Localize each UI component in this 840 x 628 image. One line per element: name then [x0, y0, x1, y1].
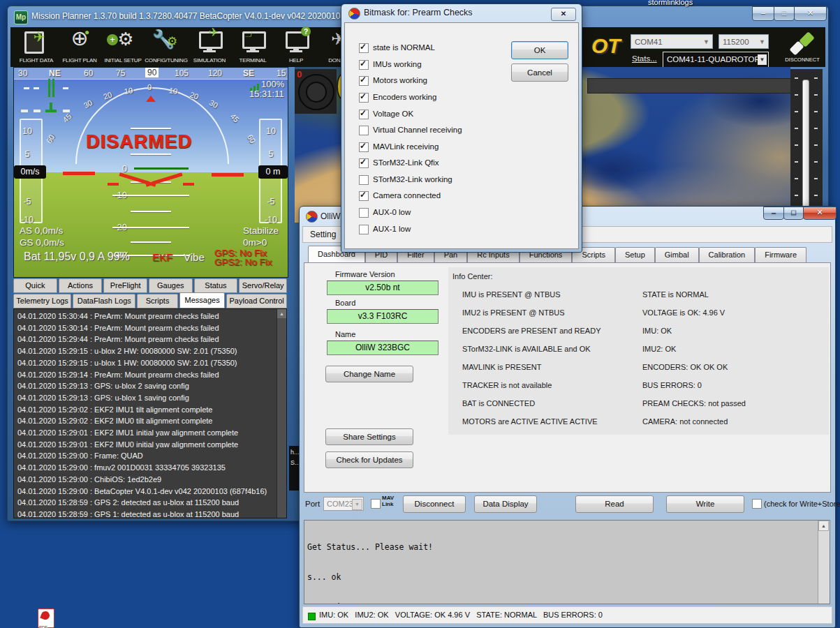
menu-setting[interactable]: Setting [310, 230, 336, 239]
prearm-checkbox[interactable] [359, 76, 369, 86]
message-line: 04.01.2020 15:29:44 : PreArm: Mount prea… [17, 334, 283, 345]
olliw-maximize-button[interactable]: □ [783, 207, 804, 220]
terminal-scrollbar[interactable]: ▲ [818, 521, 830, 604]
tab-dataflash-logs[interactable]: DataFlash Logs [73, 294, 135, 308]
tab-status[interactable]: Status [194, 278, 238, 293]
tab-actions[interactable]: Actions [59, 278, 103, 293]
read-button[interactable]: Read [575, 495, 654, 513]
prearm-checkbox[interactable] [359, 43, 369, 53]
com-port-select[interactable]: COM41 ▼ [631, 34, 713, 49]
prearm-checkbox[interactable] [359, 93, 369, 103]
toolbar-config-tuning[interactable]: 🔧️ ⚙ CONFIG/TUNING [145, 27, 188, 65]
prearm-checkbox[interactable] [359, 60, 369, 70]
toolbar-flight-data[interactable]: ✈ FLIGHT DATA [15, 27, 58, 65]
prearm-checkbox[interactable] [359, 191, 369, 201]
pin-icon: ● [84, 27, 89, 37]
armed-state-text: DISARMED [86, 131, 192, 153]
wrench-icon: 🔧️ [139, 28, 188, 50]
compass-heading-current: 90 [145, 68, 159, 77]
chevron-down-icon: ▼ [703, 35, 709, 49]
toolbar-simulation[interactable]: ✈ SIMULATION [188, 27, 231, 65]
check-updates-button[interactable]: Check for Updates [325, 451, 413, 468]
prearm-checkbox[interactable] [359, 175, 369, 185]
terminal-line: s... ok [307, 572, 827, 582]
message-line: 04.01.2020 15:29:13 : GPS: u-blox 1 savi… [17, 392, 283, 404]
tab-payload-control[interactable]: Payload Control [226, 294, 287, 308]
pdf-file-icon[interactable]: PDF [34, 608, 61, 628]
tab-setup[interactable]: Setup [615, 247, 655, 262]
battery-text: Bat 11,95v 0,9 A 99% [24, 251, 130, 263]
olliw-terminal[interactable]: Get Status... Please wait! s... ok IMU i… [304, 520, 830, 604]
port-select[interactable]: COM23 ▼ [323, 497, 364, 511]
mp-close-button[interactable]: ✕ [794, 6, 827, 21]
mp-maximize-button[interactable]: □ [774, 6, 795, 21]
zoom-slider-track[interactable] [802, 80, 809, 210]
plane-icon: ✈ [20, 26, 58, 48]
toolbar-terminal[interactable]: .../ TERMINAL [231, 27, 274, 65]
bitmask-close-button[interactable]: ✕ [551, 8, 576, 21]
prearm-checkbox[interactable] [359, 225, 369, 234]
ekf-text[interactable]: EKF [152, 251, 172, 263]
scroll-up-icon[interactable]: ▲ [277, 309, 286, 318]
tab-telemetry-logs[interactable]: Telemetry Logs [13, 294, 71, 308]
prearm-checkbox[interactable] [359, 158, 369, 168]
map-zoom-slider[interactable] [790, 69, 823, 217]
prearm-checkbox[interactable] [359, 142, 369, 152]
toolbar-help[interactable]: ? HELP [274, 27, 318, 65]
baud-select[interactable]: 115200 ▼ [719, 34, 769, 49]
share-settings-button[interactable]: Share Settings [325, 428, 413, 445]
hud[interactable]: 30 NE 60 75 90 105 120 SE 15 60 45 30 20… [13, 67, 288, 278]
globe-icon: ⊕ [58, 28, 101, 49]
tab-gauges[interactable]: Gauges [149, 278, 193, 293]
mp-connection-area: COM41 ▼ 115200 ▼ Stats... COM41-11-QUADR… [622, 27, 825, 67]
messages-scrollbar[interactable]: ▲ [277, 309, 286, 518]
flight-mode-text: Stabilize [243, 225, 279, 236]
desktop-shortcut-label[interactable]: stormlinklogs [648, 0, 693, 6]
toolbar-flight-plan[interactable]: ⊕ ● FLIGHT PLAN [58, 27, 101, 65]
mp-minimize-button[interactable]: – [752, 6, 774, 21]
tab-messages[interactable]: Messages [179, 292, 226, 308]
info-center-panel: Info Center: IMU is PRESENT @ NTBUS IMU2… [448, 267, 829, 435]
message-line: 04.01.2020 15:29:15 : u-blox 2 HW: 00080… [17, 345, 283, 357]
message-line: 04.01.2020 15:29:00 : Frame: QUAD [17, 450, 283, 462]
vehicle-select[interactable]: COM41-11-QUADROTOR ▼ [663, 52, 769, 68]
tab-firmware[interactable]: Firmware [755, 247, 806, 262]
olliw-disconnect-button[interactable]: Disconnect [403, 495, 466, 513]
olliw-minimize-button[interactable]: – [763, 207, 784, 220]
bitmask-titlebar[interactable]: Bitmask for: Prearm Checks ✕ [341, 4, 582, 22]
message-line: 04.01.2020 15:29:00 : ChibiOS: 1ed2b2e9 [17, 474, 283, 486]
tab-gimbal[interactable]: Gimbal [655, 247, 699, 262]
prearm-checkbox[interactable] [359, 208, 369, 218]
mav-link-checkbox[interactable] [371, 499, 381, 509]
stats-link[interactable]: Stats... [632, 54, 657, 63]
change-name-button[interactable]: Change Name [325, 366, 413, 382]
tab-preflight[interactable]: PreFlight [103, 278, 147, 293]
ok-button[interactable]: OK [511, 41, 568, 59]
scroll-up-icon[interactable]: ▲ [818, 521, 829, 531]
link-pct: 100% [261, 79, 284, 89]
olliw-close-button[interactable]: ✕ [803, 207, 837, 220]
chevron-down-icon: ▼ [759, 35, 765, 49]
messages-panel[interactable]: 04.01.2020 15:30:44 : PreArm: Mount prea… [13, 308, 287, 518]
write-store-checkbox[interactable] [752, 499, 762, 509]
tab-scripts[interactable]: Scripts [137, 294, 177, 308]
prearm-checkbox[interactable] [359, 126, 369, 135]
message-line: 04.01.2020 15:30:14 : PreArm: Mount prea… [17, 322, 283, 334]
tab-calibration[interactable]: Calibration [699, 247, 756, 262]
message-line: 04.01.2020 15:29:13 : GPS: u-blox 2 savi… [17, 380, 283, 392]
toolbar-initial-setup[interactable]: ⚙ + INITIAL SETUP [101, 27, 145, 65]
plus-icon: + [107, 34, 118, 45]
tab-quick[interactable]: Quick [13, 278, 57, 293]
tab-servo-relay[interactable]: Servo/Relay [239, 278, 287, 293]
disconnect-button[interactable]: DISCONNECT [784, 31, 820, 65]
sim-plane-icon: ✈ [209, 25, 219, 40]
gps2-status-text: GPS2: No Fix [214, 257, 272, 267]
board-field: v3.3 F103RC [327, 309, 439, 324]
prearm-checkbox[interactable] [359, 110, 369, 119]
cancel-button[interactable]: Cancel [511, 63, 568, 82]
message-line: 04.01.2020 15:29:01 : EKF2 IMU1 initial … [17, 427, 283, 439]
data-display-button[interactable]: Data Display [474, 495, 537, 513]
write-button[interactable]: Write [666, 495, 744, 513]
vibe-text[interactable]: Vibe [184, 251, 205, 263]
speed-chip: 0m/s [14, 165, 46, 179]
